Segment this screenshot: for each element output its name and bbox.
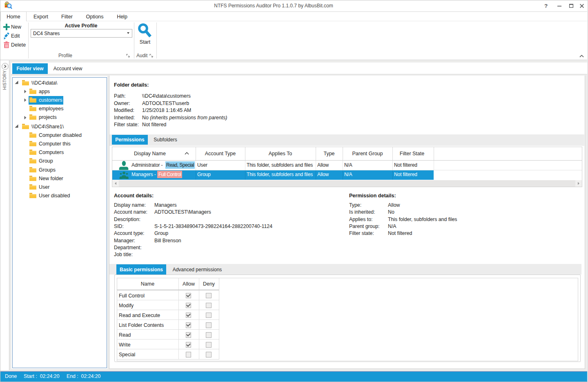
svg-text:?: ? — [544, 3, 548, 9]
